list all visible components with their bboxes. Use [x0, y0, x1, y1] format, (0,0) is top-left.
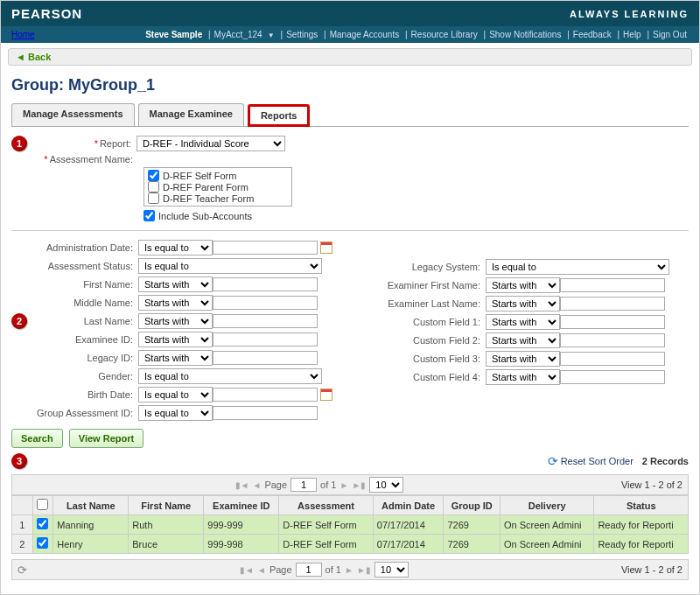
val-last-name[interactable] [213, 314, 318, 328]
pager-size-select[interactable]: 10 [369, 477, 403, 493]
cell-assess: D-REF Self Form [279, 515, 374, 535]
nav-manage-accounts[interactable]: Manage Accounts [328, 30, 402, 39]
tab-manage-examinee[interactable]: Manage Examinee [138, 103, 244, 126]
op-assess-status[interactable]: Is equal to [138, 258, 322, 274]
op-admin-date[interactable]: Is equal to [138, 240, 213, 256]
pager-page-input[interactable] [296, 563, 322, 577]
col-group[interactable]: Group ID [444, 496, 500, 515]
col-admin[interactable]: Admin Date [373, 496, 444, 515]
op-legacy-id[interactable]: Starts with [138, 350, 213, 366]
cell-rownum: 1 [12, 515, 33, 535]
lbl-cf1: Custom Field 1: [359, 317, 486, 327]
cell-group: 7269 [444, 515, 500, 535]
row-check[interactable] [37, 518, 48, 529]
lbl-admin-date: Administration Date: [11, 242, 138, 253]
col-status[interactable]: Status [594, 496, 689, 515]
val-birth-date[interactable] [213, 388, 318, 402]
col-exid[interactable]: Examinee ID [204, 496, 279, 515]
report-label: Report: [32, 138, 136, 149]
lbl-cf3: Custom Field 3: [359, 354, 486, 364]
pager-first-icon[interactable]: ▮◄ [240, 565, 254, 575]
check-teacher-form[interactable] [148, 192, 159, 204]
val-middle-name[interactable] [213, 296, 318, 310]
cell-status: Ready for Reporti [594, 515, 689, 535]
op-group-assess-id[interactable]: Is equal to [138, 405, 213, 421]
pager-prev-icon[interactable]: ◄ [257, 565, 266, 575]
grid-refresh-icon[interactable]: ⟳ [18, 564, 27, 577]
op-first-name[interactable]: Starts with [138, 276, 213, 292]
op-birth-date[interactable]: Is equal to [138, 387, 213, 402]
nav-myacct[interactable]: MyAcct_124 [213, 30, 264, 39]
check-all[interactable] [37, 499, 48, 510]
nav-sign-out[interactable]: Sign Out [651, 30, 689, 39]
check-parent-form[interactable] [148, 181, 159, 192]
results-table: Last Name First Name Examinee ID Assessm… [11, 495, 689, 554]
table-row[interactable]: 2 Henry Bruce 999-998 D-REF Self Form 07… [12, 535, 689, 554]
val-cf3[interactable] [560, 352, 665, 366]
nav-resource-library[interactable]: Resource Library [410, 30, 480, 39]
row-check[interactable] [37, 537, 48, 549]
check-include-sub[interactable] [144, 210, 155, 221]
lbl-first-name: First Name: [11, 279, 138, 290]
pager-first-icon[interactable]: ▮◄ [235, 480, 249, 490]
op-gender[interactable]: Is equal to [138, 368, 322, 384]
op-examinee-id[interactable]: Starts with [138, 332, 213, 347]
op-cf2[interactable]: Starts with [486, 332, 560, 348]
check-self-form[interactable] [148, 170, 159, 181]
nav-home[interactable]: Home [11, 30, 35, 39]
pager-of-label: of 1 [326, 564, 341, 575]
col-assess[interactable]: Assessment [279, 496, 374, 515]
pager-page-input[interactable] [290, 478, 317, 492]
pager-size-select[interactable]: 10 [374, 562, 409, 578]
val-examiner-first[interactable] [560, 278, 665, 292]
val-examiner-last[interactable] [560, 297, 665, 311]
op-cf3[interactable]: Starts with [486, 351, 560, 367]
reset-sort-link[interactable]: ⟳Reset Sort Order [548, 454, 634, 468]
pager-next-icon[interactable]: ► [345, 565, 354, 575]
lbl-cf2: Custom Field 2: [359, 335, 486, 346]
pager-prev-icon[interactable]: ◄ [253, 480, 262, 490]
op-examiner-first[interactable]: Starts with [486, 277, 560, 293]
lbl-middle-name: Middle Name: [11, 298, 138, 308]
tab-manage-assessments[interactable]: Manage Assessments [11, 103, 135, 126]
lbl-examiner-first: Examiner First Name: [359, 280, 486, 290]
nav-feedback[interactable]: Feedback [571, 30, 613, 39]
val-admin-date[interactable] [213, 241, 318, 255]
pager-view-range: View 1 - 2 of 2 [621, 480, 682, 490]
back-link[interactable]: ◄ Back [16, 52, 51, 62]
back-bar: ◄ Back [8, 48, 692, 66]
dropdown-icon[interactable]: ▼ [264, 32, 276, 39]
search-button[interactable]: Search [11, 429, 63, 448]
tab-reports[interactable]: Reports [248, 104, 311, 127]
view-report-button[interactable]: View Report [69, 429, 144, 448]
op-middle-name[interactable]: Starts with [138, 295, 213, 311]
assessment-forms-box: D-REF Self Form D-REF Parent Form D-REF … [144, 167, 292, 206]
nav-show-notifications[interactable]: Show Notifications [487, 30, 563, 39]
val-first-name[interactable] [213, 277, 318, 291]
col-delivery[interactable]: Delivery [500, 496, 594, 515]
val-examinee-id[interactable] [213, 332, 318, 346]
table-row[interactable]: 1 Manning Ruth 999-999 D-REF Self Form 0… [12, 515, 689, 535]
nav-help[interactable]: Help [621, 30, 643, 39]
col-check [32, 496, 53, 515]
pager-next-icon[interactable]: ► [340, 480, 348, 490]
pager-last-icon[interactable]: ►▮ [352, 480, 366, 490]
col-first[interactable]: First Name [129, 496, 204, 515]
calendar-icon[interactable] [320, 388, 332, 401]
op-legacy-system[interactable]: Is equal to [486, 259, 669, 275]
val-legacy-id[interactable] [213, 351, 318, 365]
calendar-icon[interactable] [320, 242, 332, 254]
pager-last-icon[interactable]: ►▮ [357, 565, 371, 575]
col-last[interactable]: Last Name [53, 496, 129, 515]
op-last-name[interactable]: Starts with [138, 313, 213, 329]
op-examiner-last[interactable]: Starts with [486, 296, 560, 312]
cell-first: Bruce [129, 535, 204, 554]
op-cf4[interactable]: Starts with [486, 369, 560, 385]
nav-settings[interactable]: Settings [284, 30, 319, 39]
val-cf2[interactable] [560, 333, 665, 347]
val-group-assess-id[interactable] [213, 406, 318, 420]
report-select[interactable]: D-REF - Individual Score [136, 136, 285, 151]
op-cf1[interactable]: Starts with [486, 314, 560, 330]
val-cf1[interactable] [560, 315, 665, 329]
val-cf4[interactable] [560, 370, 665, 384]
